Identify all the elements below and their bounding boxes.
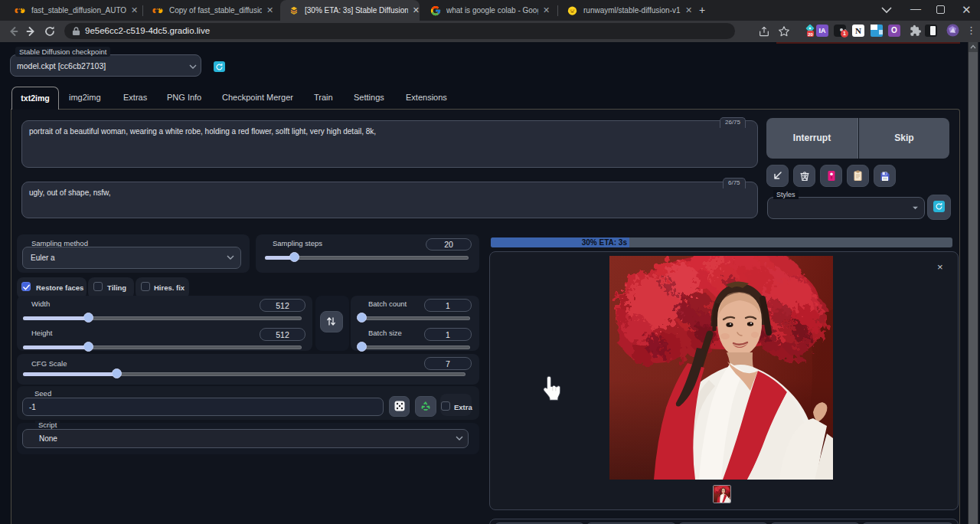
svg-text:20: 20	[808, 32, 813, 37]
